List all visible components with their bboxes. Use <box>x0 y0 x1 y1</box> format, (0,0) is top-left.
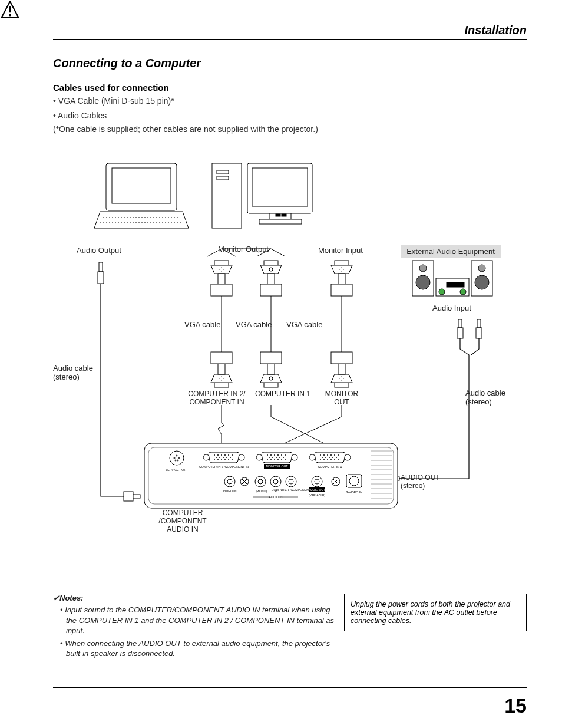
note-item-2: • When connecting the AUDIO OUT to exter… <box>60 638 335 659</box>
label-audio-cable-left: Audio cable (stereo) <box>53 364 112 381</box>
audio-dual-plug-icon <box>457 319 482 338</box>
label-audio-output: Audio Output <box>77 246 121 255</box>
svg-point-19 <box>460 289 466 295</box>
svg-point-93 <box>315 479 319 484</box>
svg-point-22 <box>475 275 489 289</box>
svg-text:AUDIO OUT: AUDIO OUT <box>309 488 326 492</box>
svg-rect-115 <box>9 6 11 12</box>
label-vga-1: VGA cable <box>184 320 220 329</box>
svg-text:COMPUTER IN 1: COMPUTER IN 1 <box>318 465 342 469</box>
svg-text:MONITOR OUT: MONITOR OUT <box>266 465 289 468</box>
note-item-1: • Input sound to the COMPUTER/COMPONENT … <box>60 605 335 636</box>
label-monitor-input: Monitor Input <box>318 246 363 255</box>
svg-rect-27 <box>477 319 481 328</box>
section-header: Installation <box>53 24 527 37</box>
svg-rect-59 <box>133 495 140 498</box>
notes-section: ✔Notes: • Input sound to the COMPUTER/CO… <box>53 594 527 661</box>
svg-rect-6 <box>217 176 229 180</box>
warning-text: Unplug the power cords of both the proje… <box>351 600 518 625</box>
svg-text:L(MONO): L(MONO) <box>254 489 267 493</box>
header-rule <box>53 39 527 40</box>
vga-connector-icon <box>211 261 352 296</box>
svg-point-21 <box>478 265 485 272</box>
audio-plug-icon <box>98 262 104 284</box>
label-monitor-out: MONITOR OUT <box>318 390 365 406</box>
svg-rect-5 <box>217 170 229 174</box>
svg-text:S-VIDEO IN: S-VIDEO IN <box>346 490 362 494</box>
svg-rect-58 <box>124 492 133 501</box>
svg-point-17 <box>439 289 445 295</box>
label-audio-out-stereo: AUDIO OUT (stereo) <box>401 473 454 490</box>
svg-rect-10 <box>259 219 302 224</box>
title-rule <box>53 73 348 73</box>
cable-item-2: • Audio Cables <box>53 110 527 122</box>
svg-text:VIDEO IN: VIDEO IN <box>223 489 237 493</box>
cables-heading: Cables used for connection <box>53 83 527 93</box>
footer-rule <box>53 687 527 688</box>
svg-text:COMPUTER /COMPONENT: COMPUTER /COMPONENT <box>272 488 311 492</box>
svg-rect-11 <box>276 214 280 216</box>
svg-point-15 <box>416 275 430 289</box>
note-2-text: When connecting the AUDIO OUT to externa… <box>65 639 330 658</box>
label-monitor-output: Monitor Output <box>218 245 269 253</box>
notes-heading: ✔Notes: <box>53 594 335 602</box>
svg-point-98 <box>349 476 359 486</box>
laptop-icon <box>94 163 189 228</box>
svg-rect-24 <box>98 272 104 284</box>
label-comp-in-1: COMPUTER IN 1 <box>253 390 312 398</box>
label-vga-3: VGA cable <box>286 320 322 329</box>
desktop-icon <box>212 163 312 228</box>
vga-connector-bottom-icon <box>211 352 352 387</box>
speakers-icon <box>412 261 492 296</box>
svg-rect-25 <box>458 319 462 328</box>
page-title: Connecting to a Computer <box>53 57 527 70</box>
svg-point-87 <box>258 479 263 484</box>
svg-text:SERVICE PORT: SERVICE PORT <box>166 468 189 472</box>
svg-rect-28 <box>476 328 482 338</box>
cable-item-1-text: VGA Cable (Mini D-sub 15 pin)* <box>58 96 174 106</box>
note-1-text: Input sound to the COMPUTER/COMPONENT AU… <box>65 605 334 635</box>
label-comp-in-2: COMPUTER IN 2/ COMPONENT IN <box>181 390 252 406</box>
svg-point-91 <box>289 479 293 484</box>
connection-diagram: SERVICE PORT COMPUTER IN 2 /COMPONENT IN… <box>53 146 527 570</box>
warning-box: Unplug the power cords of both the proje… <box>344 594 527 631</box>
svg-rect-26 <box>457 328 463 338</box>
label-audio-input: Audio Input <box>432 304 471 312</box>
warning-icon <box>0 0 20 20</box>
svg-rect-8 <box>252 168 308 206</box>
svg-point-82 <box>227 479 232 484</box>
svg-text:COMPUTER IN 2 /COMPONENT IN: COMPUTER IN 2 /COMPONENT IN <box>199 465 249 469</box>
svg-text:AUDIO IN: AUDIO IN <box>269 495 282 499</box>
svg-text:(VARIABLE): (VARIABLE) <box>309 493 326 497</box>
page-number: 15 <box>504 694 527 717</box>
audio-jack-left-icon <box>124 492 140 501</box>
label-external-audio: External Audio Equipment <box>401 245 501 258</box>
label-vga-2: VGA cable <box>236 320 272 329</box>
label-comp-audio-in: COMPUTER /COMPONENT AUDIO IN <box>147 509 218 533</box>
svg-rect-1 <box>112 168 171 203</box>
svg-rect-23 <box>99 262 103 272</box>
svg-rect-12 <box>282 214 286 216</box>
label-audio-cable-right: Audio cable (stereo) <box>465 388 524 406</box>
svg-rect-18 <box>447 282 464 287</box>
projector-panel: SERVICE PORT COMPUTER IN 2 /COMPONENT IN… <box>144 443 398 508</box>
svg-point-116 <box>9 14 11 17</box>
cable-item-1: • VGA Cable (Mini D-sub 15 pin)* <box>53 95 527 107</box>
cable-item-2-text: Audio Cables <box>58 111 107 120</box>
svg-point-89 <box>273 479 278 484</box>
cable-footnote: (*One cable is supplied; other cables ar… <box>53 124 527 134</box>
svg-point-14 <box>419 265 427 272</box>
